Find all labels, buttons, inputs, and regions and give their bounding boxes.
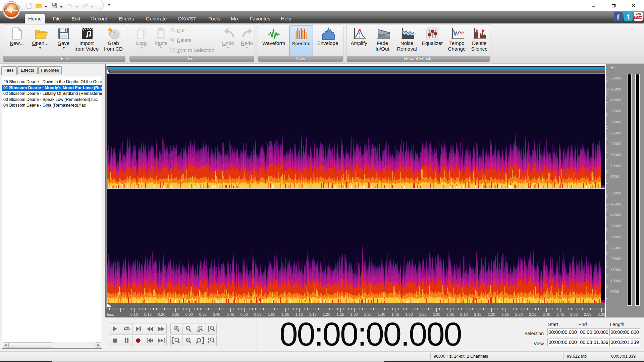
svg-text:100: 100: [197, 330, 200, 332]
